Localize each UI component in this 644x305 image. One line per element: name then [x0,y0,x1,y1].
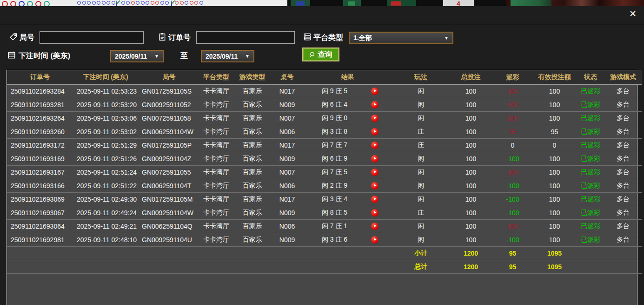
replay-icon[interactable] [371,223,378,230]
cell-time: 2025-09-11 02:49:21 [73,219,138,233]
bet-history-table: 订单号下注时间 (美东)局号平台类型游戏类型桌号结果玩法总投注派彩有效投注额状态… [7,70,637,305]
cell-status: 已派彩 [577,111,604,125]
cell-bet: 100 [449,138,493,152]
cell-platform: 卡卡湾厅 [200,111,232,125]
order-filter-label: 订单号 [168,33,191,43]
cell-result: 闲 7 庄 1 [302,219,393,233]
cell-table: N006 [272,219,302,233]
cell-result: 闲 9 庄 0 [302,111,393,125]
cell-time: 2025-09-11 02:49:30 [73,192,138,206]
cell-round: GN0092591104Z [138,152,200,165]
cell-valid: 100 [532,233,577,246]
search-button[interactable]: 查询 [302,47,339,61]
cell-payout: -100 [493,179,532,192]
road-symbol [180,1,184,5]
bet-time-filter-label: 下注时间 (美东) [19,51,70,61]
cell-play: 闲 [393,179,449,192]
order-input[interactable] [196,31,295,44]
cell-table: N009 [272,206,302,219]
table-row[interactable]: 2509110216929812025-09-11 02:48:10GN0092… [7,233,642,246]
column-header: 局号 [138,70,200,84]
date-from-select[interactable]: 2025/09/11 ▼ [110,50,164,62]
cell-payout: -100 [493,206,532,219]
cell-round: GN0172591105P [138,138,200,152]
replay-icon[interactable] [371,115,378,122]
cell-order: 250911021693172 [7,138,73,152]
bead-road-strip [0,0,74,6]
table-row[interactable]: 2509110216931662025-09-11 02:51:22GN0062… [7,179,642,192]
column-header: 玩法 [393,70,449,84]
cell-play: 庄 [393,138,449,152]
cell-bet: 100 [449,98,493,111]
replay-icon[interactable] [371,155,378,163]
cell-table: N006 [272,125,302,138]
cell-valid: 100 [532,219,577,233]
road-symbol [92,1,96,5]
cell-mode: 多台 [604,125,642,138]
date-to-select[interactable]: 2025/09/11 ▼ [201,50,254,62]
table-row[interactable]: 2509110216931672025-09-11 02:51:24GN0072… [7,165,642,179]
replay-icon[interactable] [371,128,378,136]
total-row-bet: 1200 [449,260,493,273]
cell-game: 百家乐 [232,125,272,138]
replay-icon[interactable] [371,142,378,149]
replay-icon[interactable] [371,169,378,176]
cell-order: 250911021693069 [7,192,73,206]
table-row[interactable]: 2509110216930672025-09-11 02:49:24GN0092… [7,206,642,219]
road-symbol [82,1,86,5]
cell-status: 已派彩 [577,233,604,246]
cell-status: 已派彩 [577,219,604,233]
cell-payout: 100 [493,219,532,233]
cell-valid: 100 [532,165,577,179]
cell-result: 闲 6 庄 4 [302,98,393,111]
table-row[interactable]: 2509110216931722025-09-11 02:51:29GN0172… [7,138,642,152]
round-input[interactable] [40,31,144,44]
cell-round: GN00725911058 [138,111,200,125]
table-row[interactable]: 2509110216932642025-09-11 02:53:06GN0072… [7,111,642,125]
cell-game: 百家乐 [232,192,272,206]
road-symbol [77,1,81,5]
table-row[interactable]: 2509110216931692025-09-11 02:51:26GN0092… [7,152,642,165]
replay-icon[interactable] [371,196,378,203]
cell-order: 250911021693067 [7,206,73,219]
replay-icon[interactable] [371,101,378,108]
column-header: 总投注 [449,70,493,84]
cell-mode: 多台 [604,165,642,179]
game-background-strip: 4 [0,0,644,6]
bead-symbol [2,1,8,6]
cell-play: 闲 [393,152,449,165]
replay-icon[interactable] [371,209,378,217]
cell-valid: 100 [532,98,577,111]
bead-symbol [19,1,25,6]
road-symbol [194,1,198,5]
cell-round: GN00725911055 [138,165,200,179]
cell-mode: 多台 [604,138,642,152]
platform-select[interactable]: 1.全部 ▼ [349,32,453,44]
cell-order: 250911021693169 [7,152,73,165]
cell-bet: 100 [449,165,493,179]
card-tile: 4 [443,0,474,6]
cell-time: 2025-09-11 02:51:22 [73,179,138,192]
close-icon[interactable]: ✕ [628,9,638,19]
table-row[interactable]: 2509110216932812025-09-11 02:53:20GN0092… [7,98,642,111]
cell-platform: 卡卡湾厅 [200,206,232,219]
table-row[interactable]: 2509110216930642025-09-11 02:49:21GN0062… [7,219,642,233]
bead-symbol [27,1,33,6]
cell-mode: 多台 [604,179,642,192]
table-row[interactable]: 2509110216932842025-09-11 02:53:23GN0172… [7,84,642,98]
replay-icon[interactable] [371,236,378,244]
road-symbol [121,1,125,5]
cell-result: 闲 3 庄 6 [302,233,393,246]
road-symbol [131,1,135,5]
table-row[interactable]: 2509110216930692025-09-11 02:49:30GN0172… [7,192,642,206]
replay-icon[interactable] [371,88,378,95]
cell-payout: 0 [493,138,532,152]
cell-time: 2025-09-11 02:53:06 [73,111,138,125]
cell-status: 已派彩 [577,152,604,165]
replay-icon[interactable] [371,182,378,190]
column-header: 结果 [302,70,393,84]
cell-order: 250911021693281 [7,98,73,111]
table-row[interactable]: 2509110216932602025-09-11 02:53:02GN0062… [7,125,642,138]
cell-round: GN0092591104U [138,233,200,246]
clipboard-icon [158,33,166,41]
